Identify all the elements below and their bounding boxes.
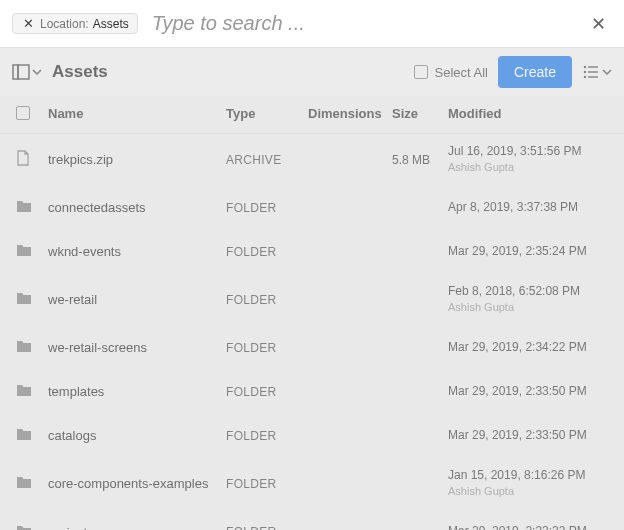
table-row[interactable]: trekpics.zipARCHIVE5.8 MBJul 16, 2019, 3… (0, 134, 624, 186)
svg-rect-7 (588, 76, 598, 77)
select-all-label: Select All (434, 65, 487, 80)
table-row[interactable]: we-retailFOLDERFeb 8, 2018, 6:52:08 PMAs… (0, 274, 624, 326)
svg-rect-1 (18, 65, 29, 79)
page-title: Assets (52, 62, 404, 82)
row-type: FOLDER (226, 477, 308, 491)
row-type: FOLDER (226, 341, 308, 355)
row-icon (16, 243, 48, 260)
table-row[interactable]: connectedassetsFOLDERApr 8, 2019, 3:37:3… (0, 186, 624, 230)
list-icon (582, 63, 600, 81)
close-icon[interactable]: ✕ (585, 13, 612, 35)
table-row[interactable]: core-components-examplesFOLDERJan 15, 20… (0, 458, 624, 510)
row-icon (16, 383, 48, 400)
svg-point-2 (584, 66, 586, 68)
create-button[interactable]: Create (498, 56, 572, 88)
row-name: projects (48, 525, 226, 530)
svg-rect-3 (588, 66, 598, 67)
row-name: we-retail-screens (48, 340, 226, 355)
row-icon (16, 475, 48, 492)
chevron-down-icon (602, 67, 612, 77)
search-input[interactable] (148, 8, 585, 39)
header-modified[interactable]: Modified (448, 106, 608, 123)
rail-icon (12, 63, 30, 81)
row-type: FOLDER (226, 293, 308, 307)
svg-rect-5 (588, 71, 598, 72)
row-modified: Jan 15, 2019, 8:16:26 PMAshish Gupta (448, 468, 608, 499)
row-type: FOLDER (226, 385, 308, 399)
table-row[interactable]: wknd-eventsFOLDERMar 29, 2019, 2:35:24 P… (0, 230, 624, 274)
row-modified: Jul 16, 2019, 3:51:56 PMAshish Gupta (448, 144, 608, 175)
table-row[interactable]: catalogsFOLDERMar 29, 2019, 2:33:50 PM (0, 414, 624, 458)
row-icon (16, 427, 48, 444)
row-modified: Feb 8, 2018, 6:52:08 PMAshish Gupta (448, 284, 608, 315)
header-type[interactable]: Type (226, 106, 308, 123)
row-name: catalogs (48, 428, 226, 443)
row-modified: Mar 29, 2019, 2:33:50 PM (448, 428, 608, 444)
row-modified: Mar 29, 2019, 2:35:24 PM (448, 244, 608, 260)
row-size: 5.8 MB (392, 153, 448, 167)
svg-point-4 (584, 71, 586, 73)
row-name: templates (48, 384, 226, 399)
header-checkbox[interactable] (16, 106, 48, 123)
row-type: FOLDER (226, 245, 308, 259)
rail-toggle[interactable] (12, 63, 42, 81)
chip-value: Assets (93, 17, 129, 31)
select-all[interactable]: Select All (414, 65, 487, 80)
row-modified: Mar 29, 2019, 2:33:50 PM (448, 384, 608, 400)
row-type: FOLDER (226, 525, 308, 530)
header-name[interactable]: Name (48, 106, 226, 123)
table-row[interactable]: we-retail-screensFOLDERMar 29, 2019, 2:3… (0, 326, 624, 370)
header-size[interactable]: Size (392, 106, 448, 123)
row-name: we-retail (48, 292, 226, 307)
row-type: FOLDER (226, 429, 308, 443)
row-name: core-components-examples (48, 476, 226, 491)
row-type: FOLDER (226, 201, 308, 215)
location-chip[interactable]: ✕ Location: Assets (12, 13, 138, 34)
view-toggle[interactable] (582, 63, 612, 81)
rows-container: trekpics.zipARCHIVE5.8 MBJul 16, 2019, 3… (0, 134, 624, 530)
chevron-down-icon (32, 67, 42, 77)
checkbox-icon (414, 65, 428, 79)
row-modified: Apr 8, 2019, 3:37:38 PM (448, 200, 608, 216)
table-row[interactable]: templatesFOLDERMar 29, 2019, 2:33:50 PM (0, 370, 624, 414)
row-name: connectedassets (48, 200, 226, 215)
row-icon (16, 339, 48, 356)
header-dimensions[interactable]: Dimensions (308, 106, 392, 123)
row-icon (16, 291, 48, 308)
row-icon (16, 524, 48, 530)
row-modified: Mar 29, 2019, 2:34:22 PM (448, 340, 608, 356)
column-headers: Name Type Dimensions Size Modified (0, 96, 624, 134)
close-icon[interactable]: ✕ (21, 16, 36, 31)
row-icon (16, 150, 48, 169)
table-row[interactable]: projectsFOLDERMar 29, 2019, 2:32:32 PM (0, 511, 624, 530)
svg-point-6 (584, 76, 586, 78)
chip-label: Location: (40, 17, 89, 31)
row-name: trekpics.zip (48, 152, 226, 167)
row-type: ARCHIVE (226, 153, 308, 167)
row-modified: Mar 29, 2019, 2:32:32 PM (448, 524, 608, 530)
row-name: wknd-events (48, 244, 226, 259)
toolbar: Assets Select All Create (0, 48, 624, 96)
search-bar: ✕ Location: Assets ✕ (0, 0, 624, 48)
row-icon (16, 199, 48, 216)
